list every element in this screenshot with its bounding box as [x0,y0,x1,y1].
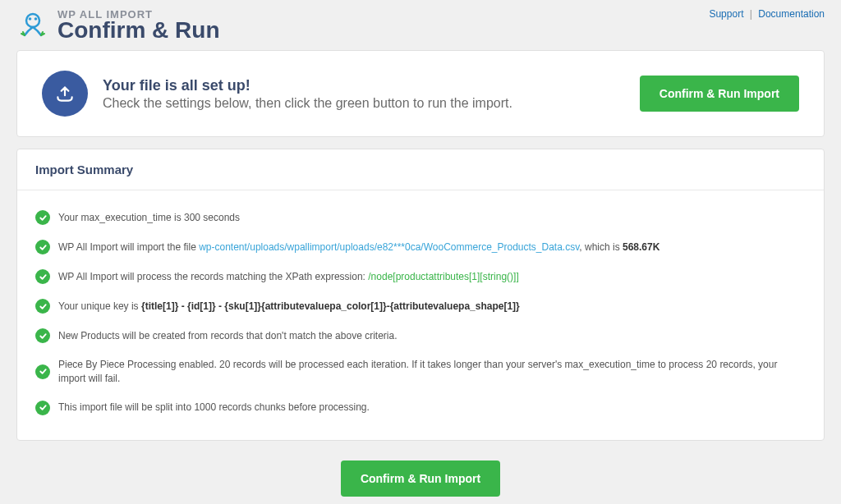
setup-subtitle: Check the settings below, then click the… [103,96,512,111]
summary-text: WP All Import will import the file wp-co… [58,241,806,254]
upload-icon [42,71,88,117]
svg-point-1 [29,17,32,21]
summary-panel: Import Summary Your max_execution_time i… [16,149,825,441]
setup-panel: Your file is all set up! Check the setti… [16,50,825,137]
link-separator: | [750,8,752,20]
wpallimport-logo-icon [16,9,49,42]
summary-heading: Import Summary [35,163,806,176]
summary-item-new-products: New Products will be created from record… [35,328,806,343]
svg-point-0 [26,14,39,27]
svg-point-2 [34,17,38,21]
summary-item-exec-time: Your max_execution_time is 300 seconds [35,210,806,225]
check-icon [35,269,50,284]
header-links: Support | Documentation [709,8,825,20]
file-path-link[interactable]: wp-content/uploads/wpallimport/uploads/e… [199,241,579,253]
summary-item-split: This import file will be split into 1000… [35,401,806,415]
summary-text: WP All Import will process the records m… [58,270,806,284]
summary-text: This import file will be split into 1000… [58,401,806,415]
setup-title: Your file is all set up! [103,77,512,94]
xpath-expression: /node[productattributes[1][string()]] [368,271,518,282]
check-icon [35,299,50,314]
check-icon [35,401,50,415]
confirm-run-button-bottom[interactable]: Confirm & Run Import [341,460,500,497]
summary-text: New Products will be created from record… [58,329,806,343]
summary-item-piece-processing: Piece By Piece Processing enabled. 20 re… [35,358,806,386]
check-icon [35,328,50,343]
summary-text: Your unique key is {title[1]} - {id[1]} … [58,300,806,314]
confirm-run-button-top[interactable]: Confirm & Run Import [640,76,799,112]
summary-text: Your max_execution_time is 300 seconds [58,211,806,225]
summary-text: Piece By Piece Processing enabled. 20 re… [58,358,806,386]
page-header: WP ALL IMPORT Confirm & Run Support | Do… [16,8,825,42]
brand: WP ALL IMPORT Confirm & Run [16,8,220,42]
check-icon [35,240,50,254]
summary-item-unique-key: Your unique key is {title[1]} - {id[1]} … [35,299,806,314]
summary-item-xpath: WP All Import will process the records m… [35,269,806,284]
summary-item-file: WP All Import will import the file wp-co… [35,240,806,254]
footer-action: Confirm & Run Import [16,452,825,497]
check-icon [35,364,50,379]
documentation-link[interactable]: Documentation [758,8,825,20]
page-title: Confirm & Run [57,19,220,42]
check-icon [35,210,50,225]
support-link[interactable]: Support [709,8,743,20]
